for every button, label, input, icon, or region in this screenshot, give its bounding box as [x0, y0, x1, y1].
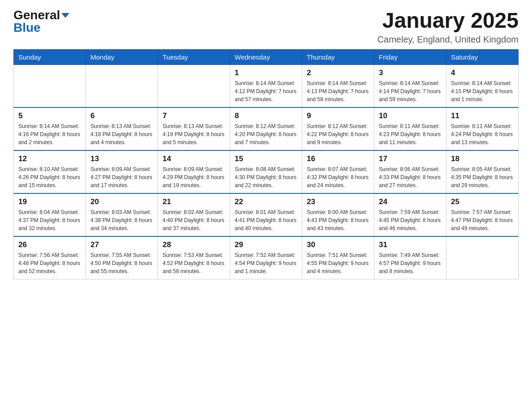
calendar-week-row: 12Sunrise: 8:10 AM Sunset: 4:26 PM Dayli… — [14, 150, 519, 193]
day-number: 25 — [451, 197, 514, 206]
day-number: 2 — [307, 68, 369, 77]
day-info: Sunrise: 7:52 AM Sunset: 4:54 PM Dayligh… — [235, 251, 297, 275]
calendar-cell: 23Sunrise: 8:00 AM Sunset: 4:43 PM Dayli… — [302, 193, 374, 236]
logo-arrow-icon — [61, 13, 69, 18]
day-info: Sunrise: 8:02 AM Sunset: 4:40 PM Dayligh… — [163, 208, 225, 232]
day-number: 28 — [163, 240, 225, 249]
day-of-week-header: Monday — [86, 49, 158, 64]
day-number: 3 — [379, 68, 442, 77]
calendar-cell: 30Sunrise: 7:51 AM Sunset: 4:55 PM Dayli… — [302, 236, 374, 279]
day-number: 20 — [90, 197, 153, 206]
day-info: Sunrise: 8:14 AM Sunset: 4:12 PM Dayligh… — [235, 79, 297, 103]
day-info: Sunrise: 8:12 AM Sunset: 4:20 PM Dayligh… — [235, 122, 297, 146]
day-info: Sunrise: 7:59 AM Sunset: 4:45 PM Dayligh… — [379, 208, 442, 232]
day-info: Sunrise: 8:09 AM Sunset: 4:27 PM Dayligh… — [90, 165, 153, 189]
day-number: 21 — [163, 197, 225, 206]
day-info: Sunrise: 7:57 AM Sunset: 4:47 PM Dayligh… — [451, 208, 514, 232]
day-info: Sunrise: 7:51 AM Sunset: 4:55 PM Dayligh… — [307, 251, 369, 275]
calendar-cell — [158, 64, 230, 107]
calendar-cell: 14Sunrise: 8:09 AM Sunset: 4:29 PM Dayli… — [158, 150, 230, 193]
day-number: 12 — [18, 154, 81, 163]
day-info: Sunrise: 7:56 AM Sunset: 4:48 PM Dayligh… — [18, 251, 81, 275]
calendar-cell: 17Sunrise: 8:06 AM Sunset: 4:33 PM Dayli… — [374, 150, 446, 193]
calendar-table: SundayMondayTuesdayWednesdayThursdayFrid… — [13, 49, 519, 279]
day-number: 23 — [307, 197, 369, 206]
calendar-cell: 26Sunrise: 7:56 AM Sunset: 4:48 PM Dayli… — [14, 236, 86, 279]
day-number: 13 — [90, 154, 153, 163]
day-of-week-header: Sunday — [14, 49, 86, 64]
day-info: Sunrise: 7:53 AM Sunset: 4:52 PM Dayligh… — [163, 251, 225, 275]
day-info: Sunrise: 8:11 AM Sunset: 4:24 PM Dayligh… — [451, 122, 514, 146]
day-of-week-header: Thursday — [302, 49, 374, 64]
calendar-header-row: SundayMondayTuesdayWednesdayThursdayFrid… — [14, 49, 519, 64]
day-of-week-header: Wednesday — [230, 49, 302, 64]
day-number: 26 — [18, 240, 81, 249]
day-info: Sunrise: 8:10 AM Sunset: 4:26 PM Dayligh… — [18, 165, 81, 189]
day-of-week-header: Tuesday — [158, 49, 230, 64]
day-info: Sunrise: 8:08 AM Sunset: 4:30 PM Dayligh… — [235, 165, 297, 189]
calendar-cell: 6Sunrise: 8:13 AM Sunset: 4:18 PM Daylig… — [86, 107, 158, 150]
day-info: Sunrise: 8:14 AM Sunset: 4:15 PM Dayligh… — [451, 79, 514, 103]
day-info: Sunrise: 8:00 AM Sunset: 4:43 PM Dayligh… — [307, 208, 369, 232]
calendar-cell: 3Sunrise: 8:14 AM Sunset: 4:14 PM Daylig… — [374, 64, 446, 107]
calendar-week-row: 26Sunrise: 7:56 AM Sunset: 4:48 PM Dayli… — [14, 236, 519, 279]
day-of-week-header: Friday — [374, 49, 446, 64]
calendar-cell: 20Sunrise: 8:03 AM Sunset: 4:38 PM Dayli… — [86, 193, 158, 236]
day-info: Sunrise: 8:09 AM Sunset: 4:29 PM Dayligh… — [163, 165, 225, 189]
page-header: General Blue January 2025 Cameley, Engla… — [13, 9, 519, 45]
calendar-cell: 1Sunrise: 8:14 AM Sunset: 4:12 PM Daylig… — [230, 64, 302, 107]
day-number: 22 — [235, 197, 297, 206]
day-info: Sunrise: 8:14 AM Sunset: 4:13 PM Dayligh… — [307, 79, 369, 103]
day-number: 1 — [235, 68, 297, 77]
calendar-cell: 8Sunrise: 8:12 AM Sunset: 4:20 PM Daylig… — [230, 107, 302, 150]
day-info: Sunrise: 8:14 AM Sunset: 4:16 PM Dayligh… — [18, 122, 81, 146]
day-number: 31 — [379, 240, 442, 249]
location-text: Cameley, England, United Kingdom — [378, 34, 519, 45]
calendar-week-row: 1Sunrise: 8:14 AM Sunset: 4:12 PM Daylig… — [14, 64, 519, 107]
calendar-cell — [86, 64, 158, 107]
day-of-week-header: Saturday — [446, 49, 519, 64]
calendar-cell: 27Sunrise: 7:55 AM Sunset: 4:50 PM Dayli… — [86, 236, 158, 279]
calendar-cell: 15Sunrise: 8:08 AM Sunset: 4:30 PM Dayli… — [230, 150, 302, 193]
day-info: Sunrise: 8:13 AM Sunset: 4:19 PM Dayligh… — [163, 122, 225, 146]
calendar-cell: 9Sunrise: 8:12 AM Sunset: 4:22 PM Daylig… — [302, 107, 374, 150]
calendar-cell: 29Sunrise: 7:52 AM Sunset: 4:54 PM Dayli… — [230, 236, 302, 279]
day-info: Sunrise: 8:06 AM Sunset: 4:33 PM Dayligh… — [379, 165, 442, 189]
calendar-cell: 7Sunrise: 8:13 AM Sunset: 4:19 PM Daylig… — [158, 107, 230, 150]
day-number: 16 — [307, 154, 369, 163]
day-number: 29 — [235, 240, 297, 249]
calendar-cell — [446, 236, 519, 279]
day-info: Sunrise: 8:05 AM Sunset: 4:35 PM Dayligh… — [451, 165, 514, 189]
day-info: Sunrise: 7:55 AM Sunset: 4:50 PM Dayligh… — [90, 251, 153, 275]
day-number: 14 — [163, 154, 225, 163]
day-info: Sunrise: 8:14 AM Sunset: 4:14 PM Dayligh… — [379, 79, 442, 103]
day-number: 17 — [379, 154, 442, 163]
day-number: 18 — [451, 154, 514, 163]
calendar-cell: 24Sunrise: 7:59 AM Sunset: 4:45 PM Dayli… — [374, 193, 446, 236]
day-info: Sunrise: 8:11 AM Sunset: 4:23 PM Dayligh… — [379, 122, 442, 146]
day-number: 30 — [307, 240, 369, 249]
day-info: Sunrise: 8:13 AM Sunset: 4:18 PM Dayligh… — [90, 122, 153, 146]
calendar-cell: 13Sunrise: 8:09 AM Sunset: 4:27 PM Dayli… — [86, 150, 158, 193]
calendar-cell: 2Sunrise: 8:14 AM Sunset: 4:13 PM Daylig… — [302, 64, 374, 107]
day-number: 8 — [235, 111, 297, 120]
title-section: January 2025 Cameley, England, United Ki… — [378, 9, 519, 45]
calendar-cell: 16Sunrise: 8:07 AM Sunset: 4:32 PM Dayli… — [302, 150, 374, 193]
logo-general-text: General — [13, 9, 60, 21]
calendar-week-row: 19Sunrise: 8:04 AM Sunset: 4:37 PM Dayli… — [14, 193, 519, 236]
day-info: Sunrise: 8:03 AM Sunset: 4:38 PM Dayligh… — [90, 208, 153, 232]
calendar-cell: 11Sunrise: 8:11 AM Sunset: 4:24 PM Dayli… — [446, 107, 519, 150]
day-info: Sunrise: 8:01 AM Sunset: 4:41 PM Dayligh… — [235, 208, 297, 232]
logo: General Blue — [13, 9, 69, 34]
day-info: Sunrise: 8:12 AM Sunset: 4:22 PM Dayligh… — [307, 122, 369, 146]
month-title: January 2025 — [378, 9, 519, 33]
day-number: 4 — [451, 68, 514, 77]
calendar-cell: 25Sunrise: 7:57 AM Sunset: 4:47 PM Dayli… — [446, 193, 519, 236]
calendar-cell: 4Sunrise: 8:14 AM Sunset: 4:15 PM Daylig… — [446, 64, 519, 107]
day-number: 10 — [379, 111, 442, 120]
day-number: 6 — [90, 111, 153, 120]
calendar-cell: 28Sunrise: 7:53 AM Sunset: 4:52 PM Dayli… — [158, 236, 230, 279]
day-number: 19 — [18, 197, 81, 206]
calendar-cell — [14, 64, 86, 107]
day-number: 27 — [90, 240, 153, 249]
